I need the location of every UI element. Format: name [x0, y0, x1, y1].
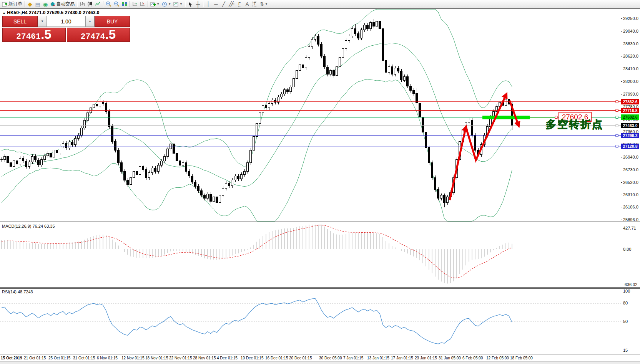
level-line-handle[interactable] [616, 101, 618, 103]
toolbar-separator [130, 1, 130, 7]
price-tick-mark [621, 132, 622, 132]
text-label-button[interactable]: T [251, 0, 259, 8]
time-axis-label: 31 Jan 05:00 [439, 356, 461, 360]
autotrading-button[interactable]: ⬢● 自动交易 [49, 0, 76, 8]
price-level-badge: 27298.3 [621, 133, 639, 138]
trendline-button[interactable]: ╱ [220, 0, 228, 8]
chart-shift-button[interactable] [139, 0, 146, 8]
buy-price-main: 27474 [81, 31, 105, 41]
bar-chart-button[interactable] [78, 0, 86, 8]
buy-price-fraction: .5 [105, 29, 116, 40]
level-line-handle[interactable] [616, 134, 618, 137]
time-axis-label: 7 Jan 01:15 [343, 356, 363, 360]
price-tick-label: 28410.0 [623, 66, 638, 71]
toolbar-separator [148, 1, 148, 7]
new-order-button[interactable]: 新订单 [1, 0, 23, 8]
volume-increase-button[interactable]: ▲ [85, 16, 95, 27]
auto-scroll-icon [132, 2, 138, 7]
time-axis-label: 23 Jan 01:15 [415, 356, 437, 360]
arrows-button[interactable]: ⇅▼ [259, 0, 269, 8]
price-tick-label: 26520.0 [623, 180, 638, 185]
chart-canvas[interactable] [0, 0, 640, 364]
time-axis-label: 25 Oct 01:15 [48, 356, 70, 360]
horizontal-line-button[interactable]: ─ [212, 0, 220, 8]
level-line-handle[interactable] [616, 124, 618, 127]
channel-button[interactable]: ╱╱E [228, 0, 236, 8]
trend-arrow-up-1[interactable] [450, 127, 466, 200]
caret-up-icon: ▲ [88, 20, 91, 23]
volume-input[interactable]: 1.00 [47, 16, 85, 27]
zoom-in-button[interactable] [105, 0, 113, 8]
dropdown-caret-icon: ▼ [265, 2, 268, 6]
price-tick-label: 29250.0 [623, 16, 638, 21]
time-axis-label: 12 Nov 01:15 [121, 356, 145, 360]
price-level-badge: 27862.6 [621, 99, 639, 104]
time-axis-label: 10 Dec 01:15 [241, 356, 264, 360]
collapse-triangle-icon[interactable]: ▲ [2, 11, 6, 15]
macd-histogram [2, 225, 512, 283]
cursor-button[interactable] [186, 0, 194, 8]
candlestick-chart-button[interactable] [86, 0, 94, 8]
zoom-out-button[interactable] [113, 0, 121, 8]
price-tick-mark [621, 107, 622, 107]
macd-axis-label: 427.71 [623, 226, 636, 230]
toolbar-separator [203, 1, 203, 7]
dropdown-caret-icon: ▼ [156, 2, 160, 6]
time-axis-label: 15 Oct 2019 [1, 356, 22, 360]
buy-button[interactable]: BUY [95, 16, 130, 27]
clock-icon [162, 2, 167, 7]
price-tick-label: 26730.0 [623, 167, 638, 172]
macd-indicator-label: MACD(12,26,9) 76.24 63.35 [2, 224, 55, 228]
price-level-badge: 27120.8 [621, 144, 639, 149]
price-tick-label: 26310.0 [623, 192, 638, 197]
macd-axis-label: 0.00 [623, 247, 631, 251]
crosshair-button[interactable]: ┼ [194, 0, 202, 8]
vertical-line-icon: │ [207, 2, 210, 7]
tile-windows-icon [122, 2, 127, 7]
bar-chart-icon [80, 2, 85, 7]
text-button[interactable]: A [243, 0, 251, 8]
macd-axis-label: -636.02 [623, 282, 637, 287]
rsi-axis-label: 100 [623, 289, 630, 293]
sell-price-main: 27461 [17, 31, 41, 41]
price-tick-label: 26106.0 [623, 205, 638, 209]
templates-button[interactable]: ▼ [172, 0, 184, 8]
candlestick-icon [87, 2, 93, 7]
bollinger-band-line [2, 79, 512, 221]
buy-price-display[interactable]: 27474 .5 [67, 28, 130, 42]
line-chart-button[interactable] [94, 0, 102, 8]
symbol-ohlc-text: HK50-,H4 27471.0 27529.5 27430.0 27463.0 [7, 10, 99, 15]
level-line-handle[interactable] [616, 109, 618, 112]
sell-price-display[interactable]: 27461 .5 [2, 28, 66, 42]
symbol-ohlc-title: ▲ HK50-,H4 27471.0 27529.5 27430.0 27463… [2, 10, 99, 15]
time-axis-label: 28 Nov 01:15 [193, 356, 216, 360]
time-axis-label: 6 Nov 01:15 [97, 356, 118, 360]
rsi-indicator-label: RSI(14) 48.7243 [2, 290, 33, 294]
level-line-handle[interactable] [616, 116, 618, 118]
channel-icon: ╱╱ [229, 2, 233, 7]
market-watch-button[interactable]: ▤ [34, 0, 42, 8]
fibonacci-button[interactable]: F [236, 0, 243, 8]
periods-button[interactable]: ▼ [161, 0, 172, 8]
time-axis-label: 30 Dec 05:00 [319, 356, 342, 360]
time-axis-label: 21 Oct 01:15 [24, 356, 46, 360]
one-click-trading-panel: SELL ▼ 1.00 ▲ BUY 27461 .5 27474 .5 [2, 16, 130, 42]
level-line-handle[interactable] [616, 145, 618, 147]
vertical-line-button[interactable]: │ [204, 0, 212, 8]
text-icon: A [246, 2, 249, 7]
cursor-icon [188, 2, 193, 7]
price-tick-label: 25896.0 [623, 217, 638, 222]
price-tick-label: 26940.0 [623, 155, 638, 159]
rsi-axis-label: 80 [623, 301, 628, 305]
price-tick-mark [621, 69, 622, 69]
volume-decrease-button[interactable]: ▼ [38, 16, 47, 27]
auto-scroll-button[interactable] [131, 0, 139, 8]
indicators-button[interactable]: ▼ [149, 0, 161, 8]
monitor-icon: ▤ [35, 2, 40, 7]
history-center-button[interactable]: ◆ [26, 0, 34, 8]
tile-windows-button[interactable] [121, 0, 128, 8]
macd-signal-line [2, 225, 512, 278]
publisher-button[interactable]: ◉ [42, 0, 49, 8]
time-axis-label: 12 Feb 05:00 [486, 356, 509, 360]
sell-button[interactable]: SELL [2, 16, 38, 27]
